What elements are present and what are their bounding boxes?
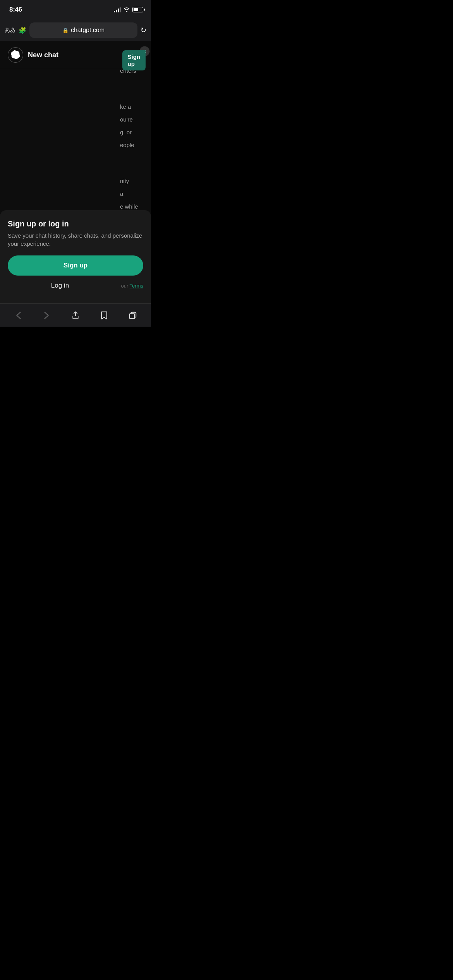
signup-popup-label: Sign up xyxy=(128,53,141,67)
signal-icon xyxy=(114,7,121,12)
login-button[interactable]: Log in xyxy=(8,276,112,296)
svg-rect-1 xyxy=(130,314,135,319)
status-bar: 8:46 xyxy=(0,0,151,19)
bookmarks-button[interactable] xyxy=(94,307,114,324)
bottom-panel: Sign up or log in Save your chat history… xyxy=(0,210,151,303)
browser-bottom-nav xyxy=(0,303,151,327)
signup-description: Save your chat history, share chats, and… xyxy=(8,231,143,248)
battery-icon xyxy=(132,7,143,12)
url-text: chatgpt.com xyxy=(71,27,105,34)
new-chat-label: New chat xyxy=(28,51,58,59)
signup-button[interactable]: Sign up xyxy=(8,255,143,276)
wifi-icon xyxy=(123,7,130,13)
login-row: Log in our Terms xyxy=(8,276,143,296)
back-button[interactable] xyxy=(9,307,28,324)
forward-button[interactable] xyxy=(37,307,57,324)
tabs-button[interactable] xyxy=(123,307,142,324)
browser-bar[interactable]: ああ 🧩 🔒 chatgpt.com ↻ xyxy=(0,19,151,41)
openai-logo xyxy=(8,47,23,63)
aa-text[interactable]: ああ xyxy=(5,27,15,34)
url-bar[interactable]: 🔒 chatgpt.com xyxy=(29,22,137,38)
signup-title: Sign up or log in xyxy=(8,219,143,228)
signup-popup-button[interactable]: Sign up xyxy=(122,50,146,70)
terms-text: our Terms xyxy=(121,283,143,289)
terms-link[interactable]: Terms xyxy=(130,283,143,289)
reload-icon[interactable]: ↻ xyxy=(141,26,146,34)
puzzle-icon: 🧩 xyxy=(19,27,26,34)
status-time: 8:46 xyxy=(9,6,22,14)
share-button[interactable] xyxy=(66,307,85,324)
main-content-area: New chat Sign up × enters ke a ou're g, … xyxy=(0,41,151,303)
lock-icon: 🔒 xyxy=(62,27,69,33)
status-icons xyxy=(114,7,143,13)
